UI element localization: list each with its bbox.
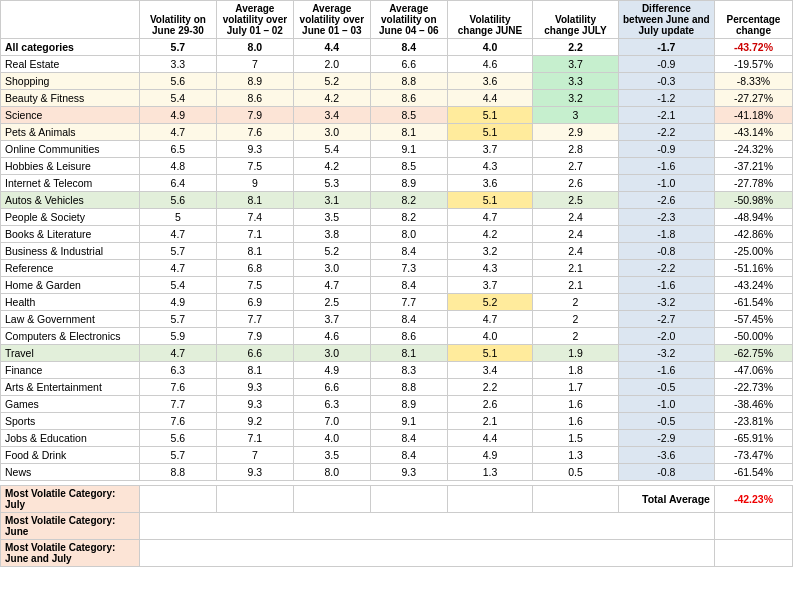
table-row: Reference4.76.83.07.34.32.1-2.2-51.16%	[1, 260, 793, 277]
cell-diff: -1.7	[618, 39, 714, 56]
cell-avg-july01: 9.2	[216, 413, 293, 430]
footer-empty-span	[139, 513, 714, 540]
cell-avg-june04: 8.0	[370, 226, 447, 243]
cell-pct-change: -57.45%	[714, 311, 792, 328]
empty3	[293, 486, 370, 513]
cell-avg-june01: 5.4	[293, 141, 370, 158]
cell-pct-change: -38.46%	[714, 396, 792, 413]
cell-diff: -0.8	[618, 464, 714, 481]
cell-vol-june29: 5.6	[139, 192, 216, 209]
cell-avg-june04: 8.4	[370, 243, 447, 260]
cell-vol-change-june: 5.2	[447, 294, 533, 311]
cell-avg-july01: 7	[216, 56, 293, 73]
cell-diff: -1.6	[618, 277, 714, 294]
table-row: Shopping5.68.95.28.83.63.3-0.3-8.33%	[1, 73, 793, 90]
cell-avg-june01: 4.0	[293, 430, 370, 447]
cell-category: Pets & Animals	[1, 124, 140, 141]
cell-avg-july01: 7.1	[216, 226, 293, 243]
cell-avg-june01: 3.5	[293, 209, 370, 226]
cell-pct-change: -65.91%	[714, 430, 792, 447]
cell-category: People & Society	[1, 209, 140, 226]
cell-avg-june01: 5.3	[293, 175, 370, 192]
total-avg-value-cell: -42.23%	[714, 486, 792, 513]
cell-category: Law & Government	[1, 311, 140, 328]
cell-avg-june04: 8.4	[370, 311, 447, 328]
cell-diff: -2.0	[618, 328, 714, 345]
table-row: Business & Industrial5.78.15.28.43.22.4-…	[1, 243, 793, 260]
cell-avg-june01: 3.4	[293, 107, 370, 124]
cell-vol-change-july: 0.5	[533, 464, 619, 481]
cell-avg-june04: 7.7	[370, 294, 447, 311]
cell-vol-change-june: 4.2	[447, 226, 533, 243]
volatile-july-cell: Most Volatile Category: July	[1, 486, 140, 513]
cell-vol-change-july: 3	[533, 107, 619, 124]
table-row: Home & Garden5.47.54.78.43.72.1-1.6-43.2…	[1, 277, 793, 294]
cell-diff: -1.6	[618, 362, 714, 379]
cell-avg-june01: 3.0	[293, 260, 370, 277]
header-avg-june04: Average volatility on June 04 – 06	[370, 1, 447, 39]
cell-pct-change: -61.54%	[714, 294, 792, 311]
cell-pct-change: -48.94%	[714, 209, 792, 226]
cell-avg-july01: 8.1	[216, 243, 293, 260]
table-footer: Most Volatile Category: July Total Avera…	[1, 481, 793, 567]
cell-avg-june04: 8.4	[370, 39, 447, 56]
cell-category: Jobs & Education	[1, 430, 140, 447]
empty2	[216, 486, 293, 513]
cell-avg-june04: 8.8	[370, 379, 447, 396]
cell-category: Games	[1, 396, 140, 413]
cell-avg-july01: 6.8	[216, 260, 293, 277]
cell-pct-change: -25.00%	[714, 243, 792, 260]
cell-vol-change-july: 3.2	[533, 90, 619, 107]
cell-avg-june04: 8.9	[370, 396, 447, 413]
header-avg-june01: Average volatility over June 01 – 03	[293, 1, 370, 39]
cell-avg-june04: 8.4	[370, 277, 447, 294]
cell-avg-june04: 8.4	[370, 430, 447, 447]
cell-vol-change-june: 3.7	[447, 141, 533, 158]
cell-pct-change: -51.16%	[714, 260, 792, 277]
cell-vol-june29: 5.6	[139, 430, 216, 447]
cell-avg-july01: 8.1	[216, 362, 293, 379]
cell-avg-june04: 8.5	[370, 158, 447, 175]
cell-vol-change-july: 1.7	[533, 379, 619, 396]
empty5	[447, 486, 533, 513]
cell-diff: -3.2	[618, 294, 714, 311]
cell-vol-june29: 5.7	[139, 447, 216, 464]
cell-avg-july01: 7.7	[216, 311, 293, 328]
cell-vol-june29: 7.6	[139, 413, 216, 430]
cell-vol-change-july: 2	[533, 311, 619, 328]
cell-vol-change-june: 4.0	[447, 328, 533, 345]
cell-avg-june01: 3.0	[293, 345, 370, 362]
cell-category: News	[1, 464, 140, 481]
cell-pct-change: -41.18%	[714, 107, 792, 124]
cell-vol-change-june: 2.1	[447, 413, 533, 430]
cell-vol-june29: 5.7	[139, 311, 216, 328]
empty4	[370, 486, 447, 513]
cell-category: Beauty & Fitness	[1, 90, 140, 107]
cell-pct-change: -43.24%	[714, 277, 792, 294]
cell-vol-june29: 6.5	[139, 141, 216, 158]
cell-diff: -0.9	[618, 56, 714, 73]
table-row: Pets & Animals4.77.63.08.15.12.9-2.2-43.…	[1, 124, 793, 141]
cell-category: Business & Industrial	[1, 243, 140, 260]
cell-vol-change-june: 3.6	[447, 175, 533, 192]
cell-diff: -1.8	[618, 226, 714, 243]
cell-avg-june04: 8.2	[370, 192, 447, 209]
cell-category: Sports	[1, 413, 140, 430]
table-row: Jobs & Education5.67.14.08.44.41.5-2.9-6…	[1, 430, 793, 447]
cell-vol-change-july: 2.4	[533, 243, 619, 260]
cell-category: Real Estate	[1, 56, 140, 73]
cell-pct-change: -73.47%	[714, 447, 792, 464]
cell-vol-change-july: 2.8	[533, 141, 619, 158]
cell-pct-change: -23.81%	[714, 413, 792, 430]
cell-pct-change: -43.72%	[714, 39, 792, 56]
cell-diff: -2.6	[618, 192, 714, 209]
cell-category: All categories	[1, 39, 140, 56]
cell-avg-june01: 2.0	[293, 56, 370, 73]
cell-vol-june29: 5.4	[139, 90, 216, 107]
cell-avg-june04: 9.3	[370, 464, 447, 481]
table-row: Real Estate3.372.06.64.63.7-0.9-19.57%	[1, 56, 793, 73]
cell-vol-change-july: 1.6	[533, 413, 619, 430]
cell-vol-change-july: 2.4	[533, 226, 619, 243]
table-row: Food & Drink5.773.58.44.91.3-3.6-73.47%	[1, 447, 793, 464]
cell-vol-change-july: 2.7	[533, 158, 619, 175]
